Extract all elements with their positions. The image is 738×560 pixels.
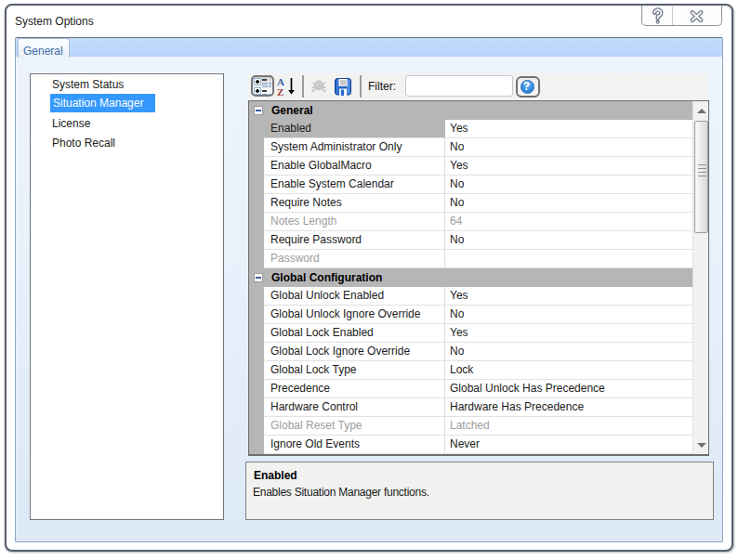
svg-text:Z: Z: [277, 86, 283, 97]
